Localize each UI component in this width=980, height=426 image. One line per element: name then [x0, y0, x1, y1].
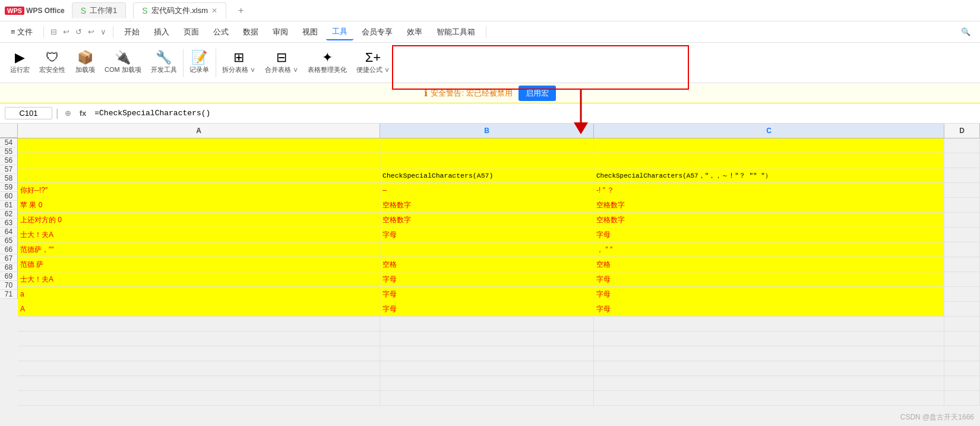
cell-56-c[interactable]: CheckSpecialCharacters(A57，″，，～！″？ ″″ ″）: [594, 168, 944, 182]
cell-55-d[interactable]: [944, 153, 980, 168]
cell-65-c[interactable]: 字母: [594, 302, 944, 316]
cell-66-c[interactable]: [594, 317, 944, 331]
cell-69-c[interactable]: [594, 361, 944, 375]
cell-70-d[interactable]: [944, 376, 980, 390]
cell-60-c[interactable]: 字母: [594, 228, 944, 242]
zoom-icon[interactable]: ⊕: [62, 109, 74, 118]
cell-70-b[interactable]: [380, 376, 594, 390]
tab-workbook1[interactable]: S 工作簿1: [72, 2, 127, 18]
cell-68-c[interactable]: [594, 346, 944, 361]
cell-54-d[interactable]: [944, 138, 980, 153]
toolbar-redo-icon[interactable]: ↺: [74, 27, 84, 36]
cell-63-c[interactable]: 字母: [594, 272, 944, 286]
cell-56-b[interactable]: CheckSpecialCharacters(A57): [380, 168, 594, 182]
cell-63-d[interactable]: [944, 272, 980, 286]
tab-add-button[interactable]: +: [233, 5, 248, 16]
col-header-b[interactable]: B: [380, 124, 594, 138]
cell-57-b[interactable]: –: [380, 183, 594, 197]
toolbar-dev-tools[interactable]: 🔧 开发工具: [146, 49, 182, 77]
cell-65-d[interactable]: [944, 302, 980, 316]
toolbar-beautify[interactable]: ✦ 表格整理美化: [303, 49, 352, 77]
cell-59-b[interactable]: 空格数字: [380, 213, 594, 227]
formula-input[interactable]: [92, 108, 975, 119]
cell-64-b[interactable]: 字母: [380, 287, 594, 301]
cell-69-b[interactable]: [380, 361, 594, 375]
cell-66-d[interactable]: [944, 317, 980, 331]
cell-64-a[interactable]: a: [18, 287, 380, 301]
toolbar-formula-shortcut[interactable]: Σ+ 便捷公式 ∨: [352, 49, 394, 77]
toolbar-undo2-icon[interactable]: ↩: [86, 27, 96, 36]
cell-64-c[interactable]: 字母: [594, 287, 944, 301]
menu-data[interactable]: 数据: [237, 24, 264, 40]
cell-65-a[interactable]: A: [18, 302, 380, 316]
toolbar-split-table[interactable]: ⊞ 拆分表格 ∨: [217, 49, 260, 77]
cell-70-c[interactable]: [594, 376, 944, 390]
cell-58-a[interactable]: 苹 果 0: [18, 198, 380, 212]
menu-page[interactable]: 页面: [178, 24, 205, 40]
toolbar-dropdown-icon[interactable]: ∨: [99, 27, 108, 36]
toolbar-macro-security[interactable]: 🛡 宏安全性: [34, 49, 70, 77]
cell-reference[interactable]: C101: [5, 107, 52, 119]
cell-67-c[interactable]: [594, 332, 944, 346]
cell-59-a[interactable]: 上还对方的 0: [18, 213, 380, 227]
cell-62-b[interactable]: 空格: [380, 257, 594, 272]
menu-tools[interactable]: 工具: [326, 24, 353, 40]
col-header-a[interactable]: A: [18, 124, 380, 138]
cell-55-a[interactable]: [18, 153, 380, 168]
cell-57-a[interactable]: 你好--!?″: [18, 183, 380, 197]
menu-efficiency[interactable]: 效率: [401, 24, 428, 40]
toolbar-run-macro[interactable]: ▶ 运行宏: [5, 49, 34, 77]
toolbar-save-icon[interactable]: ⊟: [49, 27, 59, 36]
cell-60-b[interactable]: 字母: [380, 228, 594, 242]
cell-59-c[interactable]: 空格数字: [594, 213, 944, 227]
cell-55-c[interactable]: [594, 153, 944, 168]
cell-58-d[interactable]: [944, 198, 980, 212]
cell-54-c[interactable]: [594, 138, 944, 153]
menu-file[interactable]: ≡ 文件: [5, 24, 39, 40]
cell-71-a[interactable]: [18, 391, 380, 405]
cell-68-d[interactable]: [944, 346, 980, 361]
cell-61-b[interactable]: [380, 242, 594, 257]
cell-71-d[interactable]: [944, 391, 980, 405]
cell-63-a[interactable]: 士大！夫A: [18, 272, 380, 286]
cell-58-b[interactable]: 空格数字: [380, 198, 594, 212]
menu-insert[interactable]: 插入: [148, 24, 175, 40]
cell-60-d[interactable]: [944, 228, 980, 242]
cell-62-a[interactable]: 范德 萨: [18, 257, 380, 272]
cell-61-c[interactable]: ， ″ ″: [594, 242, 944, 257]
cell-55-b[interactable]: [380, 153, 594, 168]
cell-71-b[interactable]: [380, 391, 594, 405]
cell-59-d[interactable]: [944, 213, 980, 227]
cell-62-c[interactable]: 空格: [594, 257, 944, 272]
tab-macro-file[interactable]: S 宏代码文件.xlsm ✕: [133, 2, 226, 18]
cell-63-b[interactable]: 字母: [380, 272, 594, 286]
cell-70-a[interactable]: [18, 376, 380, 390]
menu-view[interactable]: 视图: [296, 24, 324, 40]
cell-68-b[interactable]: [380, 346, 594, 361]
cell-66-b[interactable]: [380, 317, 594, 331]
cell-67-b[interactable]: [380, 332, 594, 346]
menu-ai-tools[interactable]: 智能工具箱: [431, 24, 481, 40]
cell-61-d[interactable]: [944, 242, 980, 257]
toolbar-record[interactable]: 📝 记录单: [185, 49, 214, 77]
cell-56-d[interactable]: [944, 168, 980, 182]
cell-57-c[interactable]: -! ″ ？: [594, 183, 944, 197]
cell-56-a[interactable]: [18, 168, 380, 182]
cell-64-d[interactable]: [944, 287, 980, 301]
cell-69-a[interactable]: [18, 361, 380, 375]
col-header-c[interactable]: C: [594, 124, 944, 138]
cell-65-b[interactable]: 字母: [380, 302, 594, 316]
cell-54-a[interactable]: [18, 138, 380, 153]
cell-68-a[interactable]: [18, 346, 380, 361]
cell-57-d[interactable]: [944, 183, 980, 197]
col-header-d[interactable]: D: [944, 124, 980, 138]
cell-66-a[interactable]: [18, 317, 380, 331]
cell-61-a[interactable]: 范德萨，″″: [18, 242, 380, 257]
cell-58-c[interactable]: 空格数字: [594, 198, 944, 212]
cell-62-d[interactable]: [944, 257, 980, 272]
cell-67-d[interactable]: [944, 332, 980, 346]
enable-macro-button[interactable]: 启用宏: [519, 86, 556, 101]
menu-formula[interactable]: 公式: [207, 24, 235, 40]
menu-start[interactable]: 开始: [118, 24, 146, 40]
toolbar-undo-icon[interactable]: ↩: [61, 27, 71, 36]
